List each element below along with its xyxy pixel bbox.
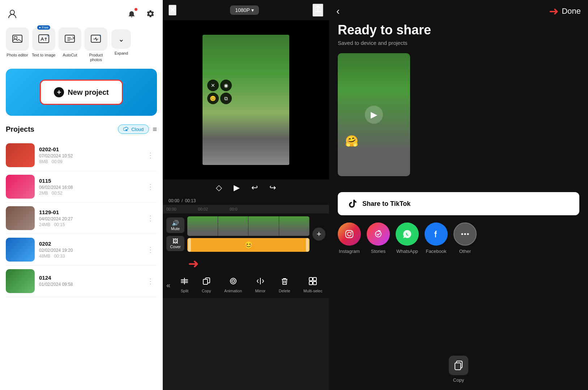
track-handle-right[interactable] [306, 238, 309, 252]
new-project-button[interactable]: + New project [40, 80, 123, 105]
stories-label: Stories [371, 249, 385, 254]
timeline-time: 00:00 / 00:13 [163, 198, 329, 205]
user-icon[interactable] [6, 7, 19, 20]
notification-dot [135, 8, 137, 11]
list-item[interactable]: 0202 02/02/2024 19:20 48MB 00:33 ⋮ [6, 234, 157, 266]
project-more-icon[interactable]: ⋮ [144, 149, 157, 161]
share-panel: ‹ ➜ Done Ready to share Saved to device … [329, 0, 588, 390]
cover-button[interactable]: 🖼 Cover [166, 236, 184, 251]
track-controls: 🔊 Mute 🖼 Cover [166, 217, 184, 251]
stories-icon [367, 222, 390, 246]
play-button[interactable]: ▶ [234, 183, 240, 192]
frame-thumb [248, 216, 279, 236]
share-facebook[interactable]: Facebook [425, 222, 448, 254]
mute-button[interactable]: 🔊 Mute [166, 217, 184, 233]
project-date: 07/02/2024 10:52 [39, 153, 140, 158]
emoji-record-btn[interactable]: ◉ [220, 80, 232, 91]
diamond-button[interactable]: ◇ [216, 183, 222, 192]
copy-tool[interactable]: Copy [202, 277, 211, 293]
project-info: 0115 06/02/2024 16:08 2MB 00:52 [39, 178, 140, 196]
tool-expand[interactable]: ⌄ Expand [110, 27, 132, 56]
share-other[interactable]: Other [453, 222, 477, 254]
copy-button[interactable]: Copy [449, 356, 468, 383]
done-button[interactable]: Done [562, 7, 581, 16]
share-whatsapp[interactable]: WhatsApp [396, 222, 419, 254]
left-panel: Photo editor ● Free Text to image [0, 0, 163, 390]
redo-button[interactable]: ↪ [269, 183, 276, 192]
editor-header: ✕ 1080P ▾ [163, 0, 329, 20]
editor-close-button[interactable]: ✕ [169, 5, 176, 16]
project-thumbnail [6, 238, 35, 262]
toolbar-collapse-button[interactable]: « [163, 281, 174, 289]
multiselect-icon [309, 277, 317, 287]
delete-tool[interactable]: Delete [279, 277, 290, 293]
share-instagram[interactable]: Instagram [338, 222, 361, 254]
arrow-container: ➜ [163, 255, 329, 274]
projects-actions: Cloud ≡ [118, 124, 157, 134]
cloud-button[interactable]: Cloud [118, 124, 149, 134]
video-track[interactable] [187, 216, 310, 236]
share-stories[interactable]: Stories [367, 222, 390, 254]
emoji-close-btn[interactable]: ✕ [207, 80, 219, 91]
project-thumbnail [6, 269, 35, 293]
emoji-copy-btn[interactable]: ⧉ [220, 93, 232, 104]
project-thumbnail [6, 206, 35, 230]
add-track-button[interactable]: + [312, 228, 325, 241]
list-item[interactable]: 0115 06/02/2024 16:08 2MB 00:52 ⋮ [6, 171, 157, 203]
list-item[interactable]: 0202-01 07/02/2024 10:52 8MB 00:09 ⋮ [6, 140, 157, 171]
project-more-icon[interactable]: ⋮ [144, 275, 157, 287]
project-more-icon[interactable]: ⋮ [144, 181, 157, 192]
notification-bell[interactable] [125, 7, 138, 20]
tool-photo-editor[interactable]: Photo editor [6, 27, 29, 58]
settings-icon[interactable] [144, 7, 157, 20]
resolution-selector[interactable]: 1080P ▾ [230, 5, 259, 15]
mirror-tool[interactable]: Mirror [255, 277, 266, 293]
emoji-sticker-btn[interactable]: 😊 [207, 93, 219, 104]
svg-rect-21 [309, 281, 312, 285]
undo-button[interactable]: ↩ [251, 183, 258, 192]
tool-product-photos[interactable]: Productphotos [84, 27, 107, 62]
split-tool[interactable]: Split [180, 277, 188, 293]
project-date: 01/02/2024 09:58 [39, 282, 140, 287]
export-button[interactable] [312, 4, 323, 17]
header-icons [125, 7, 157, 20]
project-name: 0202-01 [39, 146, 140, 152]
project-more-icon[interactable]: ⋮ [144, 244, 157, 255]
animation-tool[interactable]: Animation [224, 277, 242, 293]
project-info: 0202-01 07/02/2024 10:52 8MB 00:09 [39, 146, 140, 164]
tool-autocut[interactable]: AutoCut [58, 27, 81, 58]
tool-text-to-image[interactable]: ● Free Text to image [32, 27, 55, 58]
animation-label: Animation [224, 289, 242, 293]
expand-icon[interactable]: ⌄ [111, 29, 131, 49]
preview-play-button[interactable]: ▶ [365, 106, 383, 124]
toolbar-tools: Split Copy [174, 277, 329, 293]
delete-icon [281, 277, 289, 287]
emoji-track[interactable]: 😊 [187, 238, 310, 252]
cover-label: Cover [170, 245, 180, 249]
facebook-label: Facebook [426, 249, 446, 254]
project-name: 0202 [39, 241, 140, 247]
track-handle-left[interactable] [188, 238, 191, 252]
instagram-label: Instagram [339, 249, 360, 254]
animation-icon [229, 277, 237, 287]
timeline-tracks: 🔊 Mute 🖼 Cover [163, 213, 329, 255]
project-more-icon[interactable]: ⋮ [144, 212, 157, 224]
sort-icon[interactable]: ≡ [153, 125, 157, 133]
back-button[interactable]: ‹ [336, 5, 340, 17]
tools-row: Photo editor ● Free Text to image [6, 27, 157, 62]
tool-expand-label: Expand [115, 51, 128, 56]
preview-thumbnail: ▶ 🤗 [338, 53, 410, 176]
editor-toolbar: « Split [163, 274, 329, 298]
timeline-ruler: 00:00 00:02 00:0 [163, 205, 329, 213]
new-project-banner: + New project [6, 69, 157, 116]
preview-emoji: 🤗 [345, 135, 358, 147]
project-info: 1129-01 04/02/2024 20:27 24MB 00:15 [39, 209, 140, 227]
list-item[interactable]: 1129-01 04/02/2024 20:27 24MB 00:15 ⋮ [6, 203, 157, 234]
total-time: 00:13 [185, 198, 196, 203]
right-header: ‹ ➜ Done [329, 0, 588, 22]
multiselect-tool[interactable]: Multi-selec [303, 277, 323, 293]
svg-rect-19 [309, 277, 312, 281]
list-item[interactable]: 0124 01/02/2024 09:58 ⋮ [6, 266, 157, 297]
copy-icon [449, 356, 468, 375]
share-tiktok-button[interactable]: Share to TikTok [338, 192, 579, 215]
